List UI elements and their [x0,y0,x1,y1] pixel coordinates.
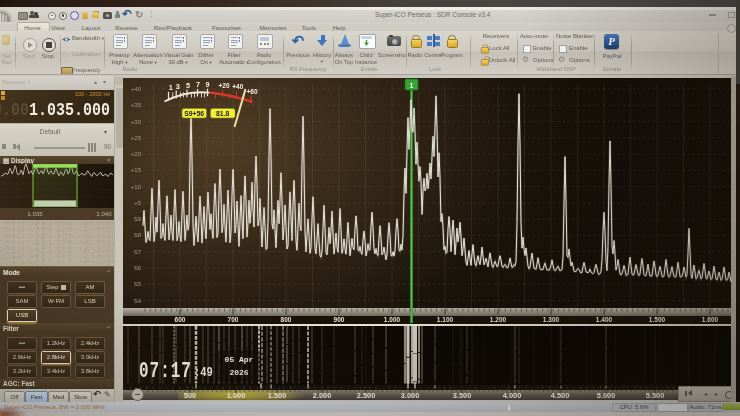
svg-text:1.400: 1.400 [596,316,613,323]
svg-text:+20: +20 [131,151,142,157]
svg-text:S8: S8 [134,232,142,238]
svg-text:1: 1 [410,82,414,89]
svg-text:+10: +10 [131,184,142,190]
svg-text:1.200: 1.200 [490,316,507,323]
svg-text:S9+56: S9+56 [184,110,204,117]
svg-text:5.500: 5.500 [646,391,665,400]
svg-text:1.500: 1.500 [649,316,666,323]
svg-text:4.500: 4.500 [551,391,570,400]
svg-text:S4: S4 [134,298,142,304]
svg-text:7: 7 [196,80,200,89]
svg-text:S9: S9 [134,216,142,222]
svg-text:+40: +40 [131,86,142,92]
svg-text:3.500: 3.500 [453,391,472,400]
svg-text:500: 500 [184,391,196,400]
svg-text:2026: 2026 [229,368,248,377]
svg-text:1.000: 1.000 [227,391,246,400]
svg-text:2.500: 2.500 [357,391,376,400]
svg-text:+5: +5 [134,200,142,206]
svg-text:+40: +40 [232,83,243,90]
svg-text:1.100: 1.100 [437,316,454,323]
svg-text:1.040: 1.040 [96,210,112,217]
svg-text:S5: S5 [134,281,142,287]
svg-text:S6: S6 [134,265,142,271]
svg-text:5: 5 [186,81,190,90]
svg-text:+60: +60 [246,88,257,95]
svg-text:4.000: 4.000 [503,391,522,400]
svg-text:1.035: 1.035 [27,210,43,217]
svg-text:5.000: 5.000 [597,391,616,400]
svg-text:1.600: 1.600 [702,316,719,323]
svg-text:3.000: 3.000 [401,391,420,400]
svg-text:+30: +30 [131,119,142,125]
svg-text:2.000: 2.000 [313,391,332,400]
svg-text:1.300: 1.300 [543,316,560,323]
svg-text:700: 700 [228,316,239,323]
svg-text:800: 800 [281,316,292,323]
svg-text:600: 600 [175,316,186,323]
svg-text:+15: +15 [131,167,142,173]
svg-text:900: 900 [334,316,345,323]
svg-text:1: 1 [169,83,173,92]
svg-text:3: 3 [176,82,180,91]
svg-text:+25: +25 [131,135,142,141]
svg-text:81.8: 81.8 [216,110,229,117]
svg-text:1.000: 1.000 [384,316,401,323]
svg-text:S7: S7 [134,249,142,255]
svg-text:9: 9 [206,80,210,89]
svg-text:1.500: 1.500 [268,391,287,400]
svg-text:+35: +35 [131,102,142,108]
svg-text:05 Apr: 05 Apr [225,355,254,364]
svg-text:+20: +20 [218,82,229,89]
svg-text:07:17: 07:17 [139,358,192,383]
svg-text::49: :49 [194,365,213,380]
